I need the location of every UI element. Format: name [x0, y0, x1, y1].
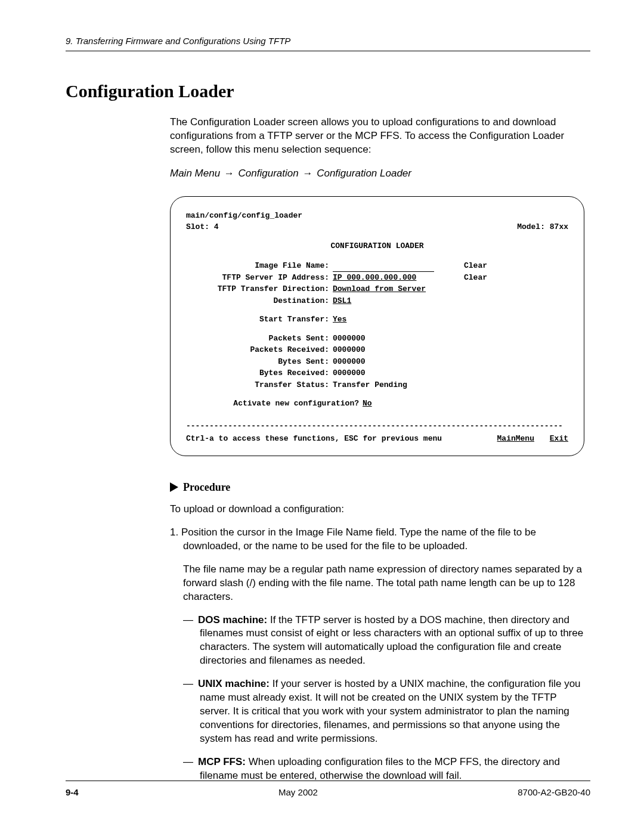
start-transfer-field[interactable]: Yes — [333, 315, 346, 324]
page-footer: 9-4 May 2002 8700-A2-GB20-40 — [66, 781, 590, 797]
step-number: 1. — [170, 527, 178, 538]
direction-field[interactable]: Download from Server — [333, 284, 426, 293]
mcp-body: When uploading configuration files to th… — [200, 756, 560, 781]
exit-link[interactable]: Exit — [550, 434, 568, 443]
procedure-intro: To upload or download a configuration: — [170, 503, 584, 515]
dash-icon: — — [183, 756, 198, 767]
image-file-label: Image File Name: — [186, 260, 333, 272]
terminal-title: CONFIGURATION LOADER — [186, 240, 568, 252]
clear-button[interactable]: Clear — [464, 260, 568, 272]
bytes-sent-label: Bytes Sent: — [186, 356, 333, 368]
unix-head: UNIX machine: — [198, 678, 270, 689]
procedure-list: 1. Position the cursor in the Image File… — [170, 526, 584, 783]
terminal-path: main/config/config_loader — [186, 210, 568, 222]
section-title: Configuration Loader — [66, 81, 590, 101]
bytes-received-label: Bytes Received: — [186, 367, 333, 379]
menu-path-a: Main Menu — [170, 168, 220, 179]
procedure-label: Procedure — [183, 481, 230, 494]
triangle-icon — [170, 482, 178, 492]
mcp-head: MCP FFS: — [198, 756, 246, 767]
packets-sent-value: 0000000 — [333, 333, 464, 345]
footer-rule — [66, 781, 590, 781]
procedure-step-1: 1. Position the cursor in the Image File… — [183, 526, 584, 553]
step-text: Position the cursor in the Image File Na… — [181, 527, 536, 552]
slot-line: Slot: 4 — [186, 221, 219, 233]
dash-icon: — — [183, 614, 198, 625]
dash-icon: — — [183, 678, 198, 689]
slot-label: Slot: — [186, 222, 209, 231]
start-transfer-label: Start Transfer: — [186, 314, 333, 326]
footer-date: May 2002 — [278, 787, 318, 797]
activate-field[interactable]: No — [363, 399, 372, 408]
terminal-separator: ----------------------------------------… — [186, 420, 568, 432]
bytes-received-value: 0000000 — [333, 367, 464, 379]
page-number: 9-4 — [66, 787, 79, 797]
arrow-icon: → — [223, 168, 236, 179]
mcp-item: —MCP FFS: When uploading configuration f… — [200, 755, 584, 783]
body: The Configuration Loader screen allows y… — [170, 116, 584, 783]
mainmenu-link[interactable]: MainMenu — [497, 434, 534, 443]
menu-path-b: Configuration — [239, 168, 299, 179]
model-line: Model: 87xx — [517, 221, 568, 233]
intro-paragraph: The Configuration Loader screen allows y… — [170, 116, 584, 157]
arrow-icon: → — [301, 168, 314, 179]
slot-value: 4 — [214, 222, 219, 231]
image-file-field[interactable] — [333, 264, 434, 272]
packets-received-label: Packets Received: — [186, 344, 333, 356]
model-value: 87xx — [550, 222, 568, 231]
menu-path: Main Menu → Configuration → Configuratio… — [170, 168, 584, 179]
packets-sent-label: Packets Sent: — [186, 333, 333, 345]
dos-item: —DOS machine: If the TFTP server is host… — [200, 614, 584, 668]
destination-field[interactable]: DSL1 — [333, 296, 351, 305]
ip-field[interactable]: IP 000.000.000.000 — [333, 273, 416, 282]
transfer-status-label: Transfer Status: — [186, 379, 333, 391]
transfer-status-value: Transfer Pending — [333, 379, 464, 391]
terminal-screen: main/config/config_loader Slot: 4 Model:… — [170, 196, 584, 456]
activate-label: Activate new configuration? — [186, 398, 363, 410]
clear-button[interactable]: Clear — [464, 272, 568, 284]
packets-received-value: 0000000 — [333, 344, 464, 356]
running-header: 9. Transferring Firmware and Configurati… — [66, 36, 590, 46]
destination-label: Destination: — [186, 295, 333, 307]
header-rule — [66, 51, 590, 51]
procedure-heading: Procedure — [170, 481, 584, 494]
ip-label: TFTP Server IP Address: — [186, 272, 333, 284]
procedure-step-1b: The file name may be a regular path name… — [183, 563, 584, 604]
page: 9. Transferring Firmware and Configurati… — [0, 0, 644, 833]
model-label: Model: — [517, 222, 545, 231]
dos-head: DOS machine: — [198, 614, 267, 625]
unix-item: —UNIX machine: If your server is hosted … — [200, 677, 584, 746]
menu-path-c: Configuration Loader — [317, 168, 411, 179]
footer-doc: 8700-A2-GB20-40 — [518, 787, 590, 797]
direction-label: TFTP Transfer Direction: — [186, 283, 333, 295]
terminal-help: Ctrl-a to access these functions, ESC fo… — [186, 433, 442, 445]
bytes-sent-value: 0000000 — [333, 356, 464, 368]
